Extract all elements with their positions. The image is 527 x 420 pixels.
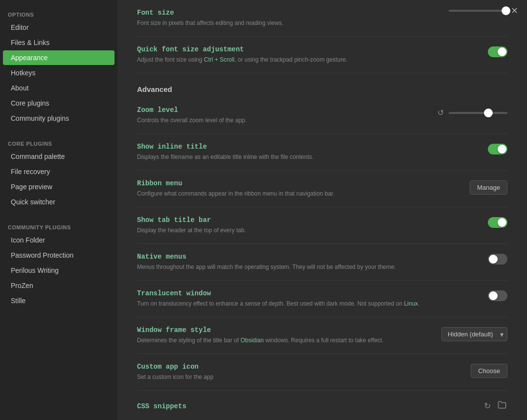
setting-desc-font-size: Font size in pixels that affects editing…: [137, 19, 439, 27]
setting-desc-show-inline-title: Displays the filename as an editable tit…: [137, 153, 478, 161]
toggle-quick-font-size[interactable]: [488, 46, 507, 57]
css-snippets-title: CSS snippets: [137, 402, 186, 410]
action-button-ribbon-menu[interactable]: Manage: [470, 180, 507, 195]
sidebar-item-icon-folder[interactable]: Icon Folder: [3, 233, 115, 247]
setting-row-translucent-window: Translucent windowTurn on translucency e…: [137, 281, 507, 317]
setting-desc-custom-app-icon: Set a custom icon for the app: [137, 373, 461, 381]
setting-row-quick-font-size: Quick font size adjustmentAdjust the fon…: [137, 37, 507, 73]
dropdown-window-frame-style[interactable]: Hidden (default)Obsidian frameNative fra…: [441, 327, 507, 341]
sidebar-item-appearance[interactable]: Appearance: [3, 50, 115, 65]
snippets-reload-button[interactable]: ↻: [483, 400, 492, 412]
sidebar-item-stille[interactable]: Stille: [3, 293, 115, 308]
setting-row-ribbon-menu: Ribbon menuConfigure what commands appea…: [137, 171, 507, 207]
setting-row-show-tab-title-bar: Show tab title barDisplay the header at …: [137, 207, 507, 244]
toggle-native-menus[interactable]: [488, 254, 507, 265]
setting-row-window-frame-style: Window frame styleDetermines the styling…: [137, 317, 507, 354]
setting-title-quick-font-size: Quick font size adjustment: [137, 45, 478, 53]
action-button-custom-app-icon[interactable]: Choose: [471, 364, 507, 378]
sidebar-item-password-protection[interactable]: Password Protection: [3, 248, 115, 263]
sidebar-item-file-recovery[interactable]: File recovery: [3, 164, 115, 179]
setting-desc-zoom-level: Controls the overall zoom level of the a…: [137, 116, 427, 125]
toggle-show-inline-title[interactable]: [488, 144, 507, 155]
setting-desc-quick-font-size: Adjust the font size using Ctrl + Scroll…: [137, 55, 478, 64]
sidebar-item-page-preview[interactable]: Page preview: [3, 179, 115, 194]
advanced-section-title: Advanced: [137, 85, 507, 93]
sidebar-item-quick-switcher[interactable]: Quick switcher: [3, 195, 115, 209]
sidebar-item-prozen[interactable]: ProZen: [3, 278, 115, 293]
setting-title-zoom-level: Zoom level: [137, 106, 427, 114]
sidebar-section-0: Options: [0, 5, 117, 20]
setting-row-show-inline-title: Show inline titleDisplays the filename a…: [137, 134, 507, 171]
sidebar-section-1: Core plugins: [0, 134, 117, 149]
toggle-translucent-window[interactable]: [488, 290, 507, 301]
setting-title-custom-app-icon: Custom app icon: [137, 363, 461, 371]
setting-title-native-menus: Native menus: [137, 253, 478, 261]
setting-row-native-menus: Native menusMenus throughout the app wil…: [137, 244, 507, 281]
sidebar-section-2: Community plugins: [0, 218, 117, 232]
sidebar-item-community-plugins[interactable]: Community plugins: [3, 111, 115, 126]
sidebar-item-core-plugins[interactable]: Core plugins: [3, 96, 115, 111]
sidebar-item-command-palette[interactable]: Command palette: [3, 149, 115, 164]
setting-title-show-inline-title: Show inline title: [137, 143, 478, 151]
setting-desc-ribbon-menu: Configure what commands appear in the ri…: [137, 189, 460, 198]
setting-desc-native-menus: Menus throughout the app will match the …: [137, 263, 478, 271]
setting-title-show-tab-title-bar: Show tab title bar: [137, 216, 478, 224]
setting-row-zoom-level: Zoom levelControls the overall zoom leve…: [137, 97, 507, 134]
setting-desc-window-frame-style: Determines the styling of the title bar …: [137, 336, 432, 345]
setting-desc-show-tab-title-bar: Display the header at the top of every t…: [137, 226, 478, 235]
slider-zoom-level[interactable]: [449, 112, 507, 114]
setting-row-justify: JustifyApply CSS snippet at "vault/.obsi…: [137, 417, 507, 420]
sidebar-item-editor[interactable]: Editor: [3, 20, 115, 35]
sidebar-item-perilous-writing[interactable]: Perilous Writing: [3, 263, 115, 278]
setting-row-custom-app-icon: Custom app iconSet a custom icon for the…: [137, 354, 507, 391]
snippets-folder-button[interactable]: [497, 399, 507, 413]
setting-title-ribbon-menu: Ribbon menu: [137, 179, 460, 187]
main-content: ✕ Font sizeFont size in pixels that affe…: [117, 0, 527, 420]
setting-row-font-size: Font sizeFont size in pixels that affect…: [137, 0, 507, 37]
toggle-show-tab-title-bar[interactable]: [488, 217, 507, 228]
sidebar-item-hotkeys[interactable]: Hotkeys: [3, 66, 115, 80]
sidebar: OptionsEditorFiles & LinksAppearanceHotk…: [0, 0, 117, 420]
setting-title-translucent-window: Translucent window: [137, 289, 478, 297]
setting-title-font-size: Font size: [137, 9, 439, 17]
setting-desc-translucent-window: Turn on translucency effect to enhance a…: [137, 299, 478, 308]
sidebar-item-files-links[interactable]: Files & Links: [3, 35, 115, 50]
reset-button-zoom-level[interactable]: ↺: [436, 107, 445, 118]
slider-font-size[interactable]: [449, 10, 507, 12]
sidebar-item-about[interactable]: About: [3, 81, 115, 95]
setting-title-window-frame-style: Window frame style: [137, 326, 432, 334]
